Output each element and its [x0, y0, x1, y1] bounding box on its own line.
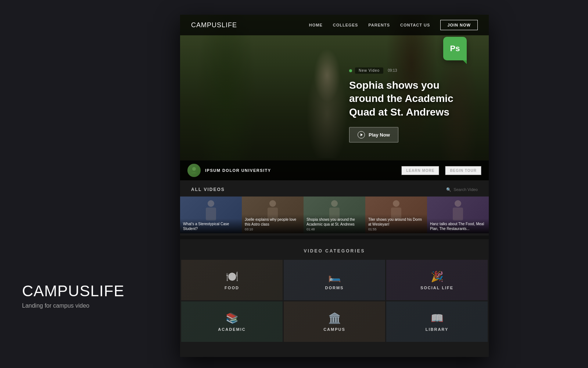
university-actions: LEARN MORE BEGIN TOUR: [401, 166, 481, 175]
category-library[interactable]: 📖 LIBRARY: [386, 301, 488, 342]
hero-title: Sophia shows you around the Academic Qua…: [349, 79, 474, 119]
header-logo: CAMPUSLIFE: [191, 21, 237, 29]
social-icon: 🎉: [431, 270, 444, 283]
academic-label: ACADEMIC: [218, 327, 245, 332]
campus-icon: 🏛️: [328, 312, 341, 324]
videos-search[interactable]: 🔍 Search Video: [446, 187, 478, 192]
videos-header: ALL VIDEOS 🔍 Search Video: [180, 180, 489, 197]
header-logo-light: LIFE: [222, 21, 237, 29]
category-academic[interactable]: 📚 ACADEMIC: [181, 301, 283, 342]
academic-icon: 📚: [226, 312, 239, 324]
site-container: New Video 09:13 Sophia shows you around …: [180, 15, 489, 357]
university-avatar: [187, 164, 201, 177]
thumb-4-title: Tiler shows you around his Dorm at Wesle…: [368, 217, 424, 227]
site-header: CAMPUSLIFE HOME COLLEGES PARENTS CONTACT…: [180, 15, 489, 35]
campus-label: CAMPUS: [323, 327, 345, 332]
play-button[interactable]: Play Now: [349, 127, 398, 143]
video-strip: What's a Stereotypical Case Student? Joe…: [180, 197, 489, 233]
nav-contact[interactable]: CONTACT US: [400, 23, 430, 27]
category-social[interactable]: 🎉 SOCIAL LIFE: [386, 260, 488, 300]
left-tagline: Landing for campus video: [22, 302, 124, 309]
svg-point-0: [192, 167, 196, 171]
dorms-label: DORMS: [325, 286, 344, 290]
video-thumb-2[interactable]: Joelle explains why people love this Ast…: [242, 197, 304, 233]
thumb-4-duration: 01:55: [368, 227, 424, 231]
learn-more-button[interactable]: LEARN MORE: [401, 166, 439, 175]
video-thumb-4[interactable]: Tiler shows you around his Dorm at Wesle…: [365, 197, 427, 233]
library-icon: 📖: [431, 312, 444, 324]
thumb-2-overlay: Joelle explains why people love this Ast…: [242, 214, 304, 233]
left-branding: CAMPUSLIFE Landing for campus video: [22, 283, 124, 309]
hero-section: New Video 09:13 Sophia shows you around …: [180, 15, 489, 180]
header-nav: HOME COLLEGES PARENTS CONTACT US JOIN NO…: [309, 20, 478, 30]
thumb-2-duration: 03:10: [245, 227, 301, 231]
thumb-5-overlay: Hanz talks about The Food, Meal Plan, Th…: [427, 219, 489, 233]
thumb-3-overlay: Shopia shows you around the Academic qua…: [304, 214, 365, 233]
food-icon: 🍽️: [226, 270, 239, 283]
categories-grid: 🍽️ FOOD 🛏️ DORMS 🎉 SOCIAL LIFE 📚 ACADEMI…: [180, 260, 489, 342]
university-name: IPSUM DOLOR UNIVERSITY: [205, 168, 401, 173]
left-logo-bold: CAMPUS: [22, 282, 90, 300]
thumb-5-title: Hanz talks about The Food, Meal Plan, Th…: [430, 222, 486, 231]
videos-section: ALL VIDEOS 🔍 Search Video What's a Stere…: [180, 180, 489, 236]
nav-home[interactable]: HOME: [309, 23, 323, 27]
university-avatar-icon: [190, 166, 198, 175]
library-label: LIBRARY: [426, 327, 448, 332]
thumb-1-overlay: What's a Stereotypical Case Student?: [180, 219, 242, 233]
categories-header: VIDEO CATEGORIES: [180, 239, 489, 260]
thumb-3-title: Shopia shows you around the Academic qua…: [306, 217, 362, 227]
search-placeholder: Search Video: [453, 187, 478, 192]
categories-title: VIDEO CATEGORIES: [304, 248, 365, 254]
hero-badge-dot: [349, 69, 352, 72]
video-thumb-1[interactable]: What's a Stereotypical Case Student?: [180, 197, 242, 233]
thumb-3-duration: 01:48: [306, 227, 362, 231]
thumb-2-title: Joelle explains why people love this Ast…: [245, 217, 301, 227]
play-triangle: [361, 134, 363, 137]
hero-badge-time: 09:13: [388, 68, 397, 72]
hero-content: New Video 09:13 Sophia shows you around …: [349, 67, 474, 142]
category-food[interactable]: 🍽️ FOOD: [181, 260, 283, 300]
thumb-4-overlay: Tiler shows you around his Dorm at Wesle…: [365, 214, 427, 233]
header-logo-bold: CAMPUS: [191, 21, 222, 29]
join-now-button[interactable]: JOIN NOW: [440, 20, 478, 30]
ps-badge: Ps: [443, 37, 467, 60]
nav-colleges[interactable]: COLLEGES: [333, 23, 358, 27]
play-icon: [358, 131, 365, 139]
category-dorms[interactable]: 🛏️ DORMS: [284, 260, 385, 300]
university-bar: IPSUM DOLOR UNIVERSITY LEARN MORE BEGIN …: [180, 160, 489, 180]
search-icon: 🔍: [446, 187, 451, 192]
nav-parents[interactable]: PARENTS: [368, 23, 390, 27]
videos-section-title: ALL VIDEOS: [191, 187, 225, 192]
food-label: FOOD: [225, 286, 239, 290]
thumb-1-title: What's a Stereotypical Case Student?: [183, 222, 239, 231]
left-logo-light: LIFE: [90, 282, 125, 300]
play-button-label: Play Now: [369, 132, 390, 138]
begin-tour-button[interactable]: BEGIN TOUR: [445, 166, 481, 175]
left-logo: CAMPUSLIFE: [22, 283, 124, 299]
hero-badge-label: New Video: [355, 67, 383, 74]
video-thumb-5[interactable]: Hanz talks about The Food, Meal Plan, Th…: [427, 197, 489, 233]
dorms-icon: 🛏️: [328, 270, 341, 283]
categories-section: VIDEO CATEGORIES 🍽️ FOOD 🛏️ DORMS 🎉 SOCI…: [180, 239, 489, 357]
hero-badge: New Video 09:13: [349, 67, 474, 74]
video-thumb-3[interactable]: Shopia shows you around the Academic qua…: [304, 197, 365, 233]
category-campus[interactable]: 🏛️ CAMPUS: [284, 301, 385, 342]
social-label: SOCIAL LIFE: [420, 286, 453, 290]
